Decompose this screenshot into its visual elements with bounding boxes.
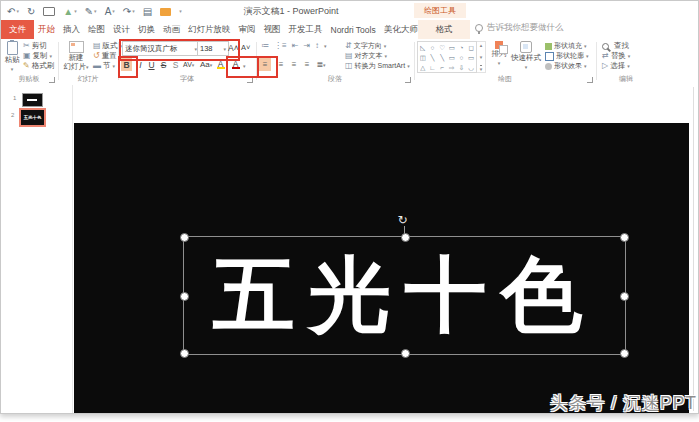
tab-home[interactable]: 开始 [34,20,59,39]
tab-draw[interactable]: 绘图 [84,20,109,39]
align-center-button[interactable]: ≡ [259,58,271,71]
text-shadow-button[interactable]: S [170,58,181,71]
shape-icon[interactable]: ◫ [420,53,426,62]
font-name-box[interactable]: 迷你简汉真广标▾ [122,41,200,56]
tell-me-box[interactable]: 告诉我你想要做什么 [475,22,564,34]
bullets-button[interactable]: ≔ [261,42,269,50]
selection-handle-bottom-left[interactable] [180,349,189,358]
align-text-button[interactable]: ▤对齐文本▾ [345,51,387,61]
drawing-dialog-launcher[interactable] [587,77,593,83]
columns-button[interactable]: ≣▾ [315,58,327,71]
tab-insert[interactable]: 插入 [59,20,84,39]
shape-icon[interactable]: ╲ [440,53,444,62]
tab-developer[interactable]: 开发工具 [285,20,327,39]
selection-handle-top-left[interactable] [180,233,189,242]
selected-text-box[interactable]: 五光十色 ↻ [183,236,626,355]
text-direction-button[interactable]: ⇵文字方向▾ [345,41,386,51]
shape-icon[interactable]: ⇨ [449,63,454,72]
tab-review[interactable]: 审阅 [235,20,260,39]
format-painter-button[interactable]: ✎格式刷 [23,61,54,71]
shapes-gallery[interactable]: ◺○♡▭◔◻ ◫╲╲▭○▭ △∟⌐⇨⇩◡ [417,41,477,73]
highlight-color-button[interactable]: A [215,58,226,71]
shape-icon[interactable]: ∟ [429,63,435,72]
shape-outline-button[interactable]: 形状轮廓▾ [545,51,589,61]
smartart-button[interactable]: ◫转换为 SmartArt▾ [345,61,410,71]
rotation-handle[interactable]: ↻ [398,213,408,227]
paragraph-dialog-launcher[interactable] [405,77,411,83]
selection-handle-middle-right[interactable] [620,292,629,301]
tab-design[interactable]: 设计 [109,20,134,39]
replace-button[interactable]: ⇄替换▾ [602,51,630,61]
tab-slideshow[interactable]: 幻灯片放映 [184,20,235,39]
find-button[interactable]: 查找 [602,41,629,51]
numbering-button[interactable]: ⋮≡ [274,42,287,50]
underline-button[interactable]: U [146,58,157,71]
grow-font-button[interactable]: A˄ [227,41,240,54]
strikethrough-button[interactable]: S [158,58,169,71]
tab-animations[interactable]: 动画 [159,20,184,39]
shape-icon[interactable]: ⇩ [459,63,464,72]
vertical-scrollbar[interactable] [693,87,694,411]
group-label-font: 字体 [119,74,255,84]
new-slide-button[interactable]: 新建 幻灯片▾ [61,41,91,71]
selection-handle-top-center[interactable] [401,233,410,242]
shape-icon[interactable]: ○ [460,53,464,62]
slide-thumbnail-panel[interactable]: 1 2 五光十色 [1,85,73,413]
shape-effects-button[interactable]: 形状效果▾ [545,61,587,71]
change-case-button[interactable]: Aa▾ [199,58,213,71]
increase-indent-button[interactable]: ⇥ [303,42,310,50]
shapes-gallery-scroll[interactable]: ▴▾▾ [477,41,486,73]
shape-icon[interactable]: ◺ [420,43,425,52]
font-color-button[interactable]: A [230,58,241,71]
shape-icon[interactable]: ▭ [449,43,455,52]
align-left-button[interactable]: ≡ [275,58,287,71]
shape-icon[interactable]: ◡ [468,63,474,72]
shape-fill-button[interactable]: 形状填充▾ [545,41,587,51]
quick-styles-button[interactable]: 快速样式▾ [511,41,541,71]
font-color-dropdown-arrow[interactable]: ▾ [243,63,246,69]
decrease-indent-button[interactable]: ⇤ [292,42,299,50]
tab-meihua[interactable]: 美化大师 [380,20,422,39]
selection-handle-bottom-right[interactable] [620,349,629,358]
cut-button[interactable]: ✂剪切 [23,41,47,51]
shape-icon[interactable]: ◔ [460,43,464,52]
paste-button[interactable]: 粘贴▾ [3,41,21,73]
font-dialog-launcher[interactable] [247,77,253,83]
arrange-button[interactable]: 排列▾ [489,41,509,67]
character-spacing-button[interactable]: AV▾ [182,58,195,71]
shape-icon[interactable]: ⌐ [440,63,444,72]
align-right-button[interactable]: ≡ [288,58,300,71]
copy-button[interactable]: ▣复制▾ [23,51,52,61]
slide-2-thumbnail[interactable]: 五光十色 [19,108,46,127]
slide-title-text[interactable]: 五光十色 [184,237,625,354]
select-button[interactable]: ▷选择▾ [602,61,630,71]
line-spacing-button[interactable]: ↕ [315,42,319,50]
shape-effects-icon [545,63,552,70]
tab-view[interactable]: 视图 [260,20,285,39]
selection-handle-bottom-center[interactable] [401,349,410,358]
italic-button[interactable]: I [135,58,146,71]
clipboard-dialog-launcher[interactable] [49,77,55,83]
shape-icon[interactable]: ◻ [468,43,473,52]
tab-format[interactable]: 格式 [418,20,470,39]
tab-transitions[interactable]: 切换 [134,20,159,39]
bold-button[interactable]: B [121,58,132,71]
shrink-font-button[interactable]: A˅ [240,41,251,54]
tab-nordri-tools[interactable]: Nordri Tools [327,20,380,39]
font-size-box[interactable]: 138▾ [197,41,229,56]
shape-icon[interactable]: ▭ [449,53,455,62]
shape-icon[interactable]: ▭ [468,53,474,62]
shape-icon[interactable]: ╲ [431,53,435,62]
shape-icon[interactable]: ♡ [439,43,445,52]
selection-handle-middle-left[interactable] [180,292,189,301]
reset-button[interactable]: ↺重置 [93,51,117,61]
shape-icon[interactable]: ○ [431,43,435,52]
tab-file[interactable]: 文件 [1,20,34,39]
slide-canvas[interactable]: 五光十色 ↻ [74,123,689,413]
justify-button[interactable]: ≡ [301,58,313,71]
selection-handle-top-right[interactable] [620,233,629,242]
slide-1-thumbnail[interactable] [22,93,43,107]
section-button[interactable]: ▬节▾ [93,61,115,71]
section-icon: ▬ [93,62,101,70]
shape-icon[interactable]: △ [420,63,425,72]
